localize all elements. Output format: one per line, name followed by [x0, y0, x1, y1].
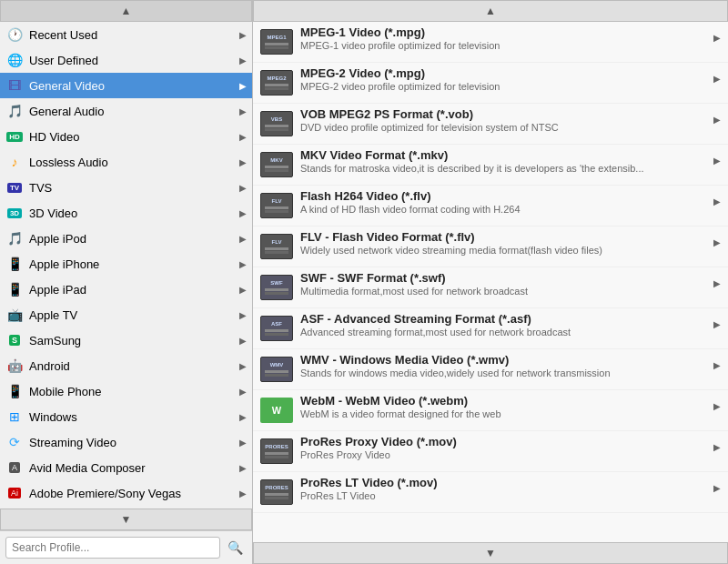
left-item-label-streaming-video: Streaming Video — [29, 436, 236, 449]
left-icon-lossless-audio: ♪ — [5, 153, 24, 171]
right-item-text-prores-proxy: ProRes Proxy Video (*.mov) ProRes Proxy … — [300, 435, 710, 460]
left-icon-apple-tv: 📺 — [5, 306, 24, 324]
left-item-lossless-audio[interactable]: ♪ Lossless Audio ▶ — [0, 149, 252, 175]
right-item-icon-swf: SWF — [260, 271, 293, 304]
right-item-vob[interactable]: VBS VOB MPEG2 PS Format (*.vob) DVD vide… — [253, 104, 728, 145]
right-item-arrow-asf: ▶ — [713, 312, 721, 329]
left-icon-avid-media-composer: A — [5, 458, 24, 477]
right-item-swf[interactable]: SWF SWF - SWF Format (*.swf) Multimedia … — [253, 267, 728, 308]
right-item-prores-lt[interactable]: PRORES ProRes LT Video (*.mov) ProRes LT… — [253, 472, 728, 513]
left-item-label-apple-ipod: Apple iPod — [29, 232, 236, 246]
right-thumb-mpeg1: MPEG1 — [260, 29, 293, 55]
right-item-title-asf: ASF - Advanced Streaming Format (*.asf) — [300, 312, 710, 326]
right-item-arrow-prores-proxy: ▶ — [713, 435, 721, 452]
right-scroll-up[interactable]: ▲ — [253, 0, 728, 22]
right-item-title-mpeg2: MPEG-2 Video (*.mpg) — [300, 66, 710, 80]
left-item-mobile-phone[interactable]: 📱 Mobile Phone ▶ — [0, 378, 252, 404]
left-icon-apple-iphone: 📱 — [5, 255, 24, 273]
right-item-flv[interactable]: FLV FLV - Flash Video Format (*.flv) Wid… — [253, 227, 728, 267]
left-item-user-defined[interactable]: 🌐 User Defined ▶ — [0, 47, 252, 73]
left-item-adobe-premiere[interactable]: Ai Adobe Premiere/Sony Vegas ▶ — [0, 480, 252, 506]
right-item-title-mpeg1: MPEG-1 Video (*.mpg) — [300, 25, 710, 39]
left-item-general-video[interactable]: 🎞 General Video ▶ — [0, 73, 252, 98]
left-icon-apple-ipod: 🎵 — [5, 229, 24, 247]
left-icon-mobile-phone: 📱 — [5, 382, 24, 400]
left-item-windows[interactable]: ⊞ Windows ▶ — [0, 404, 252, 429]
search-bar: 🔍 — [0, 530, 252, 564]
right-item-asf[interactable]: ASF ASF - Advanced Streaming Format (*.a… — [253, 308, 728, 349]
left-item-apple-tv[interactable]: 📺 Apple TV ▶ — [0, 302, 252, 327]
left-item-avid-media-composer[interactable]: A Avid Media Composer ▶ — [0, 455, 252, 480]
left-icon-recent-used: 🕐 — [5, 25, 24, 44]
left-item-arrow-general-audio: ▶ — [239, 106, 247, 116]
right-item-text-wmv: WMV - Windows Media Video (*.wmv) Stands… — [300, 353, 710, 378]
right-item-arrow-mpeg1: ▶ — [713, 25, 721, 43]
left-item-interlaced[interactable]: ≡ Interlaced ▶ — [0, 506, 252, 509]
right-item-icon-prores-proxy: PRORES — [260, 435, 293, 468]
left-list: 🕐 Recent Used ▶ 🌐 User Defined ▶ 🎞 Gener… — [0, 22, 252, 509]
left-icon-general-video: 🎞 — [5, 76, 24, 95]
right-thumb-flv: FLV — [260, 234, 293, 259]
right-item-mkv[interactable]: MKV MKV Video Format (*.mkv) Stands for … — [253, 145, 728, 186]
left-item-arrow-tvs: ▶ — [239, 183, 247, 193]
left-scroll-down[interactable]: ▼ — [0, 509, 252, 530]
left-item-label-lossless-audio: Lossless Audio — [29, 156, 236, 169]
right-item-mpeg2[interactable]: MPEG2 MPEG-2 Video (*.mpg) MPEG-2 video … — [253, 63, 728, 104]
left-item-arrow-windows: ▶ — [239, 412, 247, 422]
right-item-prores-proxy[interactable]: PRORES ProRes Proxy Video (*.mov) ProRes… — [253, 431, 728, 472]
right-item-wmv[interactable]: WMV WMV - Windows Media Video (*.wmv) St… — [253, 349, 728, 390]
left-item-label-hd-video: HD Video — [29, 130, 236, 144]
left-panel: ▲ 🕐 Recent Used ▶ 🌐 User Defined ▶ 🎞 Gen… — [0, 0, 253, 564]
left-item-apple-iphone[interactable]: 📱 Apple iPhone ▶ — [0, 251, 252, 277]
right-thumb-mpeg2: MPEG2 — [260, 70, 293, 96]
right-panel: ▲ MPEG1 MPEG-1 Video (*.mpg) MPEG-1 vide… — [253, 0, 728, 564]
left-item-streaming-video[interactable]: ⟳ Streaming Video ▶ — [0, 429, 252, 455]
left-item-tvs[interactable]: TV TVS ▶ — [0, 175, 252, 200]
right-item-text-mkv: MKV Video Format (*.mkv) Stands for matr… — [300, 148, 710, 174]
left-item-recent-used[interactable]: 🕐 Recent Used ▶ — [0, 22, 252, 47]
right-item-arrow-swf: ▶ — [713, 271, 721, 288]
left-item-3d-video[interactable]: 3D 3D Video ▶ — [0, 200, 252, 226]
right-scroll-down[interactable]: ▼ — [253, 542, 728, 564]
right-item-desc-swf: Multimedia format,most used for network … — [300, 286, 710, 297]
left-item-android[interactable]: 🤖 Android ▶ — [0, 353, 252, 378]
right-item-arrow-mkv: ▶ — [713, 148, 721, 166]
left-item-arrow-samsung: ▶ — [239, 336, 247, 346]
left-item-general-audio[interactable]: 🎵 General Audio ▶ — [0, 98, 252, 124]
right-item-arrow-prores-lt: ▶ — [713, 476, 721, 493]
left-item-label-general-video: General Video — [29, 79, 236, 93]
right-item-text-prores-lt: ProRes LT Video (*.mov) ProRes LT Video — [300, 476, 710, 501]
left-item-label-avid-media-composer: Avid Media Composer — [29, 461, 236, 475]
left-icon-samsung: S — [5, 331, 24, 349]
right-item-mpeg1[interactable]: MPEG1 MPEG-1 Video (*.mpg) MPEG-1 video … — [253, 22, 728, 63]
right-item-text-mpeg1: MPEG-1 Video (*.mpg) MPEG-1 video profil… — [300, 25, 710, 51]
right-item-title-prores-lt: ProRes LT Video (*.mov) — [300, 476, 710, 489]
left-item-samsung[interactable]: S SamSung ▶ — [0, 327, 252, 353]
left-item-apple-ipad[interactable]: 📱 Apple iPad ▶ — [0, 277, 252, 302]
right-item-arrow-webm: ▶ — [713, 394, 721, 411]
left-icon-adobe-premiere: Ai — [5, 484, 24, 502]
left-icon-hd-video: HD — [5, 127, 24, 146]
right-item-desc-prores-proxy: ProRes Proxy Video — [300, 449, 710, 460]
right-item-flv-h264[interactable]: FLV Flash H264 Video (*.flv) A kind of H… — [253, 186, 728, 227]
left-item-arrow-general-video: ▶ — [239, 81, 247, 91]
right-item-text-flv-h264: Flash H264 Video (*.flv) A kind of HD fl… — [300, 189, 710, 215]
left-item-arrow-android: ▶ — [239, 361, 247, 371]
right-item-desc-flv: Widely used network video streaming medi… — [300, 245, 710, 256]
left-scroll-up[interactable]: ▲ — [0, 0, 252, 22]
right-item-text-vob: VOB MPEG2 PS Format (*.vob) DVD video pr… — [300, 107, 710, 133]
left-item-label-windows: Windows — [29, 410, 236, 424]
right-item-title-flv: FLV - Flash Video Format (*.flv) — [300, 230, 710, 244]
left-item-hd-video[interactable]: HD HD Video ▶ — [0, 124, 252, 149]
right-item-title-flv-h264: Flash H264 Video (*.flv) — [300, 189, 710, 203]
right-thumb-mkv: MKV — [260, 152, 293, 177]
right-item-webm[interactable]: W WebM - WebM Video (*.webm) WebM is a v… — [253, 390, 728, 431]
left-item-label-apple-tv: Apple TV — [29, 308, 236, 322]
left-item-apple-ipod[interactable]: 🎵 Apple iPod ▶ — [0, 226, 252, 251]
right-item-arrow-vob: ▶ — [713, 107, 721, 125]
search-icon[interactable]: 🔍 — [224, 539, 247, 557]
left-item-arrow-recent-used: ▶ — [239, 30, 247, 40]
right-item-desc-asf: Advanced streaming format,most used for … — [300, 327, 710, 337]
search-input[interactable] — [5, 537, 220, 559]
left-item-label-user-defined: User Defined — [29, 54, 236, 67]
